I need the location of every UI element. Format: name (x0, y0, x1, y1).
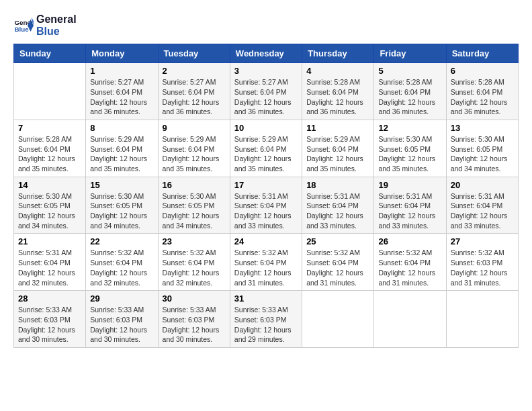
calendar-cell: 12Sunrise: 5:30 AM Sunset: 6:05 PM Dayli… (374, 120, 446, 177)
column-header-thursday: Thursday (302, 44, 374, 63)
day-number: 1 (90, 66, 153, 76)
day-info: Sunrise: 5:27 AM Sunset: 6:04 PM Dayligh… (163, 77, 226, 117)
calendar-cell (302, 291, 374, 348)
day-number: 9 (163, 123, 226, 133)
calendar-cell: 2Sunrise: 5:27 AM Sunset: 6:04 PM Daylig… (158, 63, 230, 120)
day-info: Sunrise: 5:29 AM Sunset: 6:04 PM Dayligh… (234, 134, 298, 174)
calendar-cell: 24Sunrise: 5:32 AM Sunset: 6:04 PM Dayli… (230, 234, 302, 291)
day-number: 26 (378, 236, 441, 246)
day-info: Sunrise: 5:30 AM Sunset: 6:05 PM Dayligh… (451, 134, 514, 174)
calendar-cell: 13Sunrise: 5:30 AM Sunset: 6:05 PM Dayli… (446, 120, 518, 177)
calendar-cell: 25Sunrise: 5:32 AM Sunset: 6:04 PM Dayli… (302, 234, 374, 291)
logo: General Blue General Blue (13, 13, 77, 37)
day-info: Sunrise: 5:32 AM Sunset: 6:04 PM Dayligh… (163, 248, 226, 287)
calendar-week-2: 7Sunrise: 5:28 AM Sunset: 6:04 PM Daylig… (14, 120, 519, 177)
day-info: Sunrise: 5:33 AM Sunset: 6:03 PM Dayligh… (90, 305, 153, 345)
day-number: 27 (451, 236, 514, 246)
calendar-cell: 31Sunrise: 5:33 AM Sunset: 6:03 PM Dayli… (230, 291, 302, 348)
calendar-cell: 29Sunrise: 5:33 AM Sunset: 6:03 PM Dayli… (86, 291, 158, 348)
day-number: 13 (451, 123, 514, 133)
day-info: Sunrise: 5:33 AM Sunset: 6:03 PM Dayligh… (163, 305, 226, 345)
day-info: Sunrise: 5:28 AM Sunset: 6:04 PM Dayligh… (451, 77, 514, 117)
day-info: Sunrise: 5:28 AM Sunset: 6:04 PM Dayligh… (18, 134, 81, 174)
day-info: Sunrise: 5:31 AM Sunset: 6:04 PM Dayligh… (378, 191, 441, 231)
column-header-saturday: Saturday (446, 44, 518, 63)
calendar-week-3: 14Sunrise: 5:30 AM Sunset: 6:05 PM Dayli… (14, 177, 519, 234)
day-number: 25 (306, 236, 369, 246)
logo-blue-text: Blue (36, 26, 77, 38)
day-info: Sunrise: 5:33 AM Sunset: 6:03 PM Dayligh… (234, 305, 298, 345)
column-header-tuesday: Tuesday (158, 44, 230, 63)
day-number: 14 (18, 180, 81, 190)
day-info: Sunrise: 5:32 AM Sunset: 6:04 PM Dayligh… (306, 248, 369, 287)
calendar-cell (14, 63, 86, 120)
calendar-cell (446, 291, 518, 348)
day-number: 4 (306, 66, 369, 76)
day-info: Sunrise: 5:27 AM Sunset: 6:04 PM Dayligh… (234, 77, 298, 117)
day-info: Sunrise: 5:28 AM Sunset: 6:04 PM Dayligh… (378, 77, 441, 117)
calendar-cell: 18Sunrise: 5:31 AM Sunset: 6:04 PM Dayli… (302, 177, 374, 234)
calendar-cell: 10Sunrise: 5:29 AM Sunset: 6:04 PM Dayli… (230, 120, 302, 177)
logo-general-text: General (36, 13, 77, 26)
calendar-cell: 23Sunrise: 5:32 AM Sunset: 6:04 PM Dayli… (158, 234, 230, 291)
day-number: 18 (306, 180, 369, 190)
day-info: Sunrise: 5:29 AM Sunset: 6:04 PM Dayligh… (306, 134, 369, 174)
calendar-cell: 28Sunrise: 5:33 AM Sunset: 6:03 PM Dayli… (14, 291, 86, 348)
calendar-week-5: 28Sunrise: 5:33 AM Sunset: 6:03 PM Dayli… (14, 291, 519, 348)
day-number: 3 (234, 66, 298, 76)
day-info: Sunrise: 5:27 AM Sunset: 6:04 PM Dayligh… (90, 77, 153, 117)
calendar-header: SundayMondayTuesdayWednesdayThursdayFrid… (14, 44, 519, 63)
day-number: 5 (378, 66, 441, 76)
day-number: 22 (90, 236, 153, 246)
calendar-cell (374, 291, 446, 348)
calendar-cell: 20Sunrise: 5:31 AM Sunset: 6:04 PM Dayli… (446, 177, 518, 234)
day-number: 10 (234, 123, 298, 133)
column-header-monday: Monday (86, 44, 158, 63)
day-number: 15 (90, 180, 153, 190)
day-number: 6 (451, 66, 514, 76)
logo-icon: General Blue (13, 15, 34, 36)
day-info: Sunrise: 5:31 AM Sunset: 6:04 PM Dayligh… (306, 191, 369, 231)
calendar-cell: 27Sunrise: 5:32 AM Sunset: 6:03 PM Dayli… (446, 234, 518, 291)
calendar-cell: 6Sunrise: 5:28 AM Sunset: 6:04 PM Daylig… (446, 63, 518, 120)
day-number: 24 (234, 236, 298, 246)
day-number: 17 (234, 180, 298, 190)
day-info: Sunrise: 5:28 AM Sunset: 6:04 PM Dayligh… (306, 77, 369, 117)
day-info: Sunrise: 5:33 AM Sunset: 6:03 PM Dayligh… (18, 305, 81, 345)
calendar-cell: 22Sunrise: 5:32 AM Sunset: 6:04 PM Dayli… (86, 234, 158, 291)
column-header-wednesday: Wednesday (230, 44, 302, 63)
calendar-week-1: 1Sunrise: 5:27 AM Sunset: 6:04 PM Daylig… (14, 63, 519, 120)
calendar-cell: 4Sunrise: 5:28 AM Sunset: 6:04 PM Daylig… (302, 63, 374, 120)
calendar-cell: 7Sunrise: 5:28 AM Sunset: 6:04 PM Daylig… (14, 120, 86, 177)
calendar-cell: 15Sunrise: 5:30 AM Sunset: 6:05 PM Dayli… (86, 177, 158, 234)
day-info: Sunrise: 5:32 AM Sunset: 6:03 PM Dayligh… (451, 248, 514, 287)
day-number: 29 (90, 293, 153, 304)
column-header-sunday: Sunday (14, 44, 86, 63)
calendar-cell: 11Sunrise: 5:29 AM Sunset: 6:04 PM Dayli… (302, 120, 374, 177)
day-info: Sunrise: 5:31 AM Sunset: 6:04 PM Dayligh… (451, 191, 514, 231)
day-info: Sunrise: 5:31 AM Sunset: 6:04 PM Dayligh… (234, 191, 298, 231)
calendar-table: SundayMondayTuesdayWednesdayThursdayFrid… (13, 44, 519, 348)
day-number: 23 (163, 236, 226, 246)
day-info: Sunrise: 5:30 AM Sunset: 6:05 PM Dayligh… (163, 191, 226, 231)
calendar-week-4: 21Sunrise: 5:31 AM Sunset: 6:04 PM Dayli… (14, 234, 519, 291)
day-number: 16 (163, 180, 226, 190)
day-number: 2 (163, 66, 226, 76)
day-number: 21 (18, 236, 81, 246)
day-number: 12 (378, 123, 441, 133)
day-info: Sunrise: 5:32 AM Sunset: 6:04 PM Dayligh… (378, 248, 441, 287)
calendar-cell: 9Sunrise: 5:29 AM Sunset: 6:04 PM Daylig… (158, 120, 230, 177)
calendar-cell: 17Sunrise: 5:31 AM Sunset: 6:04 PM Dayli… (230, 177, 302, 234)
calendar-cell: 21Sunrise: 5:31 AM Sunset: 6:04 PM Dayli… (14, 234, 86, 291)
calendar-cell: 3Sunrise: 5:27 AM Sunset: 6:04 PM Daylig… (230, 63, 302, 120)
day-number: 31 (234, 293, 298, 304)
calendar-cell: 8Sunrise: 5:29 AM Sunset: 6:04 PM Daylig… (86, 120, 158, 177)
day-info: Sunrise: 5:30 AM Sunset: 6:05 PM Dayligh… (90, 191, 153, 231)
calendar-cell: 14Sunrise: 5:30 AM Sunset: 6:05 PM Dayli… (14, 177, 86, 234)
calendar-body: 1Sunrise: 5:27 AM Sunset: 6:04 PM Daylig… (14, 63, 519, 348)
day-info: Sunrise: 5:31 AM Sunset: 6:04 PM Dayligh… (18, 248, 81, 287)
day-number: 7 (18, 123, 81, 133)
day-number: 20 (451, 180, 514, 190)
day-number: 8 (90, 123, 153, 133)
day-info: Sunrise: 5:29 AM Sunset: 6:04 PM Dayligh… (90, 134, 153, 174)
